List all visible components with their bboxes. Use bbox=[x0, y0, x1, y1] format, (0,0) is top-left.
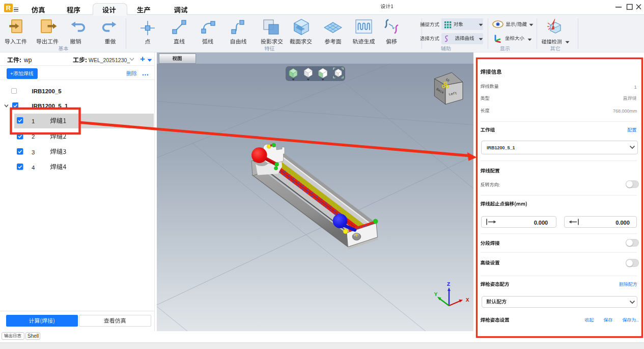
svg-text:Z: Z bbox=[447, 281, 451, 287]
svg-text:Y: Y bbox=[434, 291, 438, 298]
svg-text:X: X bbox=[466, 297, 469, 303]
